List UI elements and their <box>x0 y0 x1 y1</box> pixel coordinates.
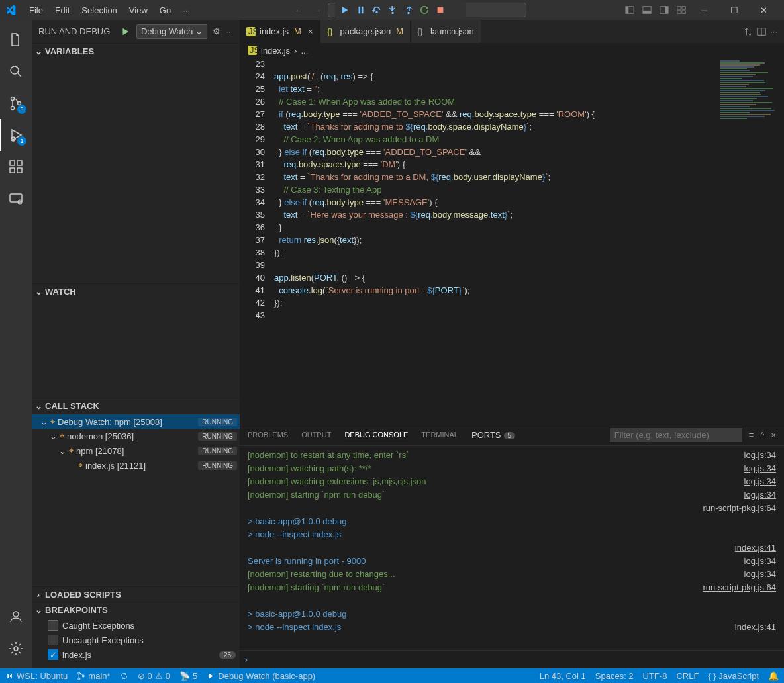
tab-launch-json[interactable]: {} launch.json <box>411 20 481 43</box>
activity-explorer[interactable] <box>0 24 32 56</box>
tab-package-json[interactable]: {} package.jsonM <box>320 20 411 43</box>
watch-section[interactable]: ⌄WATCH <box>32 284 240 298</box>
layout-primary-icon[interactable] <box>622 2 638 18</box>
callstack-row[interactable]: ⌄⌖nodemon [25036]RUNNING <box>32 429 240 443</box>
nav-back[interactable]: ← <box>291 2 307 18</box>
breakpoint-row[interactable]: Uncaught Exceptions <box>32 633 240 647</box>
svg-point-1 <box>391 12 394 15</box>
editor-tabs: JS index.jsM × {} package.jsonM {} launc… <box>240 20 784 43</box>
bell-icon: 🔔 <box>768 671 779 681</box>
loaded-scripts-section[interactable]: ›LOADED SCRIPTS <box>32 587 240 602</box>
panel-tab-terminal[interactable]: TERMINAL <box>421 427 458 443</box>
activity-run-debug[interactable]: 1 <box>0 119 32 151</box>
status-sync[interactable] <box>120 672 128 680</box>
app-logo <box>5 4 17 16</box>
status-radio[interactable]: 📡5 <box>179 671 197 681</box>
customize-layout-icon[interactable] <box>673 2 689 18</box>
status-debug[interactable]: Debug Watch (basic-app) <box>207 671 315 681</box>
svg-point-39 <box>78 677 80 679</box>
step-into-icon[interactable] <box>385 3 400 17</box>
restart-icon[interactable] <box>417 3 432 17</box>
filter-input[interactable] <box>610 428 742 442</box>
svg-rect-3 <box>438 7 444 13</box>
main-menu: File Edit Selection View Go ··· <box>24 3 195 18</box>
gear-icon[interactable]: ⚙ <box>213 26 220 36</box>
split-icon[interactable] <box>757 27 766 36</box>
debug-console-input[interactable]: › <box>240 650 784 668</box>
debug-alt-icon <box>207 672 215 680</box>
menu-selection[interactable]: Selection <box>76 3 122 18</box>
window-min[interactable]: ─ <box>689 0 719 20</box>
debug-config-dropdown[interactable]: Debug Watch⌄ <box>136 24 207 39</box>
checkbox[interactable] <box>48 635 58 645</box>
svg-rect-10 <box>677 7 681 9</box>
chevron-down-icon: ⌄ <box>195 26 203 36</box>
callstack-row[interactable]: ⌖index.js [21121]RUNNING <box>32 458 240 473</box>
panel-tab-debug-console[interactable]: DEBUG CONSOLE <box>344 427 408 443</box>
panel-tab-problems[interactable]: PROBLEMS <box>248 427 288 443</box>
window-close[interactable]: ✕ <box>749 0 779 20</box>
status-bell[interactable]: 🔔 <box>768 671 779 681</box>
pause-icon[interactable] <box>354 3 368 17</box>
nav-fwd[interactable]: → <box>309 2 325 18</box>
callstack-row[interactable]: ⌄⌖npm [21078]RUNNING <box>32 443 240 458</box>
checkbox[interactable]: ✓ <box>48 649 58 660</box>
menu-overflow[interactable]: ··· <box>177 3 195 18</box>
start-debug-button[interactable] <box>119 26 131 38</box>
status-language[interactable]: { } JavaScript <box>708 671 759 681</box>
minimap[interactable] <box>718 58 784 424</box>
status-cursor[interactable]: Ln 43, Col 1 <box>540 671 586 681</box>
panel-tab-ports[interactable]: PORTS5 <box>471 426 515 444</box>
menu-go[interactable]: Go <box>154 3 176 18</box>
command-center[interactable] <box>328 3 526 17</box>
window-max[interactable]: ☐ <box>719 0 749 20</box>
status-encoding[interactable]: UTF-8 <box>643 671 667 681</box>
status-eol[interactable]: CRLF <box>676 671 699 681</box>
breakpoint-row[interactable]: Caught Exceptions <box>32 618 240 633</box>
menu-edit[interactable]: Edit <box>50 3 75 18</box>
close-icon[interactable]: × <box>308 26 313 36</box>
console-output[interactable]: [nodemon] to restart at any time, enter … <box>240 446 638 650</box>
status-errors[interactable]: ⊘0 ⚠0 <box>138 671 170 681</box>
tab-more-icon[interactable]: ··· <box>770 26 777 36</box>
callstack-row[interactable]: ⌄⌖Debug Watch: npm [25008]RUNNING <box>32 414 240 429</box>
dbg-chevron-down-icon[interactable] <box>449 3 464 17</box>
checkbox[interactable] <box>48 620 58 631</box>
panel-close-icon[interactable]: × <box>771 430 776 440</box>
breadcrumb[interactable]: JS index.js›... <box>240 43 784 58</box>
svg-point-29 <box>14 647 18 651</box>
activity-settings[interactable] <box>0 633 32 664</box>
panel-tab-output[interactable]: OUTPUT <box>301 427 331 443</box>
debug-sidebar: RUN AND DEBUG Debug Watch⌄ ⚙ ··· ⌄VARIAB… <box>32 20 240 668</box>
more-icon[interactable]: ··· <box>226 26 233 36</box>
layout-secondary-icon[interactable] <box>656 2 672 18</box>
warning-icon: ⚠ <box>155 671 163 681</box>
layout-bottom-icon[interactable] <box>639 2 655 18</box>
activity-remote[interactable] <box>0 183 32 214</box>
step-over-icon[interactable] <box>369 3 384 17</box>
panel-max-icon[interactable]: ^ <box>760 430 764 440</box>
menu-view[interactable]: View <box>124 3 153 18</box>
status-remote[interactable]: WSL: Ubuntu <box>5 671 68 681</box>
line-gutter[interactable]: 2324252627282930313233343536373839404142… <box>240 58 274 424</box>
activity-scm[interactable]: 5 <box>0 87 32 119</box>
breakpoints-section[interactable]: ⌄BREAKPOINTS <box>32 602 240 617</box>
stop-icon[interactable] <box>433 3 448 17</box>
compare-icon[interactable] <box>744 27 753 36</box>
status-spaces[interactable]: Spaces: 2 <box>595 671 634 681</box>
panel-list-icon[interactable]: ≡ <box>749 430 754 440</box>
continue-icon[interactable] <box>338 3 352 17</box>
svg-rect-12 <box>677 11 681 13</box>
code-editor[interactable]: app.post('/', (req, res) => { let text =… <box>274 58 718 424</box>
status-bar: WSL: Ubuntu main* ⊘0 ⚠0 📡5 Debug Watch (… <box>0 668 784 683</box>
variables-section[interactable]: ⌄VARIABLES <box>32 44 240 58</box>
menu-file[interactable]: File <box>24 3 48 18</box>
activity-extensions[interactable] <box>0 151 32 183</box>
activity-search[interactable] <box>0 56 32 87</box>
step-out-icon[interactable] <box>401 3 416 17</box>
activity-accounts[interactable] <box>0 601 32 633</box>
breakpoint-row[interactable]: ✓index.js25 <box>32 647 240 662</box>
callstack-section[interactable]: ⌄CALL STACK <box>32 398 240 413</box>
tab-index-js[interactable]: JS index.jsM × <box>240 20 320 43</box>
status-branch[interactable]: main* <box>77 671 110 681</box>
